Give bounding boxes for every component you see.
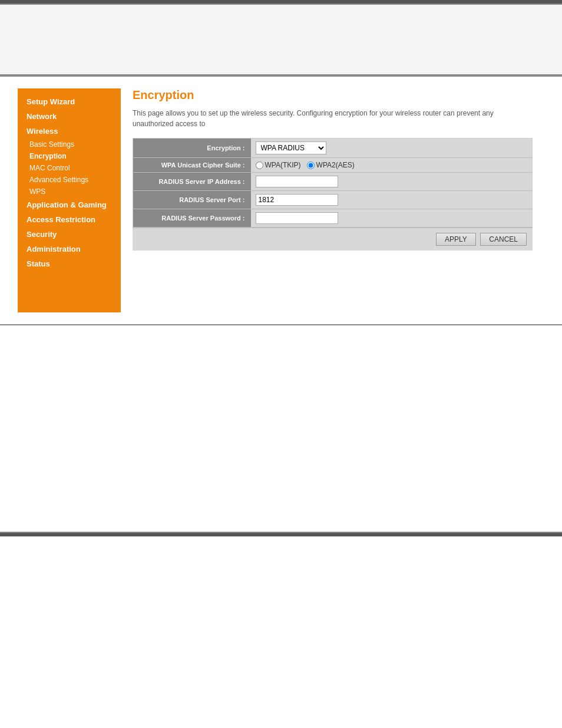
radius-password-row: RADIUS Server Password : (133, 209, 533, 228)
content-wrapper: Setup Wizard Network Wireless Basic Sett… (0, 77, 562, 324)
wpa-aes-radio[interactable] (307, 162, 315, 169)
page-title: Encryption (133, 88, 533, 102)
encryption-form-table: Encryption : WPA RADIUS WPA2 RADIUS WEP … (133, 138, 533, 228)
sidebar-item-status[interactable]: Status (18, 256, 121, 271)
encryption-row: Encryption : WPA RADIUS WPA2 RADIUS WEP … (133, 139, 533, 158)
sidebar-item-network[interactable]: Network (18, 109, 121, 124)
sidebar-item-setup-wizard[interactable]: Setup Wizard (18, 94, 121, 109)
sidebar-item-encryption[interactable]: Encryption (18, 150, 121, 162)
encryption-field-label: Encryption : (133, 139, 251, 158)
sidebar-item-wireless[interactable]: Wireless (18, 124, 121, 139)
wpa-cipher-radio-group: WPA(TKIP) WPA2(AES) (256, 161, 528, 169)
wpa-cipher-label: WPA Unicast Cipher Suite : (133, 158, 251, 173)
radius-password-label: RADIUS Server Password : (133, 209, 251, 228)
sidebar: Setup Wizard Network Wireless Basic Sett… (18, 88, 121, 312)
bottom-spacer (0, 325, 562, 532)
encryption-field-cell: WPA RADIUS WPA2 RADIUS WEP WPA Personal … (251, 139, 533, 158)
wpa-cipher-cell: WPA(TKIP) WPA2(AES) (251, 158, 533, 173)
radius-password-input[interactable] (256, 212, 338, 224)
sidebar-item-access-restriction[interactable]: Access Restriction (18, 212, 121, 227)
radius-port-row: RADIUS Server Port : (133, 191, 533, 209)
page-description: This page allows you to set up the wirel… (133, 108, 533, 129)
apply-button[interactable]: APPLY (436, 233, 476, 246)
cancel-button[interactable]: CANCEL (480, 233, 527, 246)
radius-password-cell (251, 209, 533, 228)
button-row: APPLY CANCEL (133, 228, 533, 251)
sidebar-item-application-gaming[interactable]: Application & Gaming (18, 197, 121, 212)
wpa-aes-text: WPA2(AES) (316, 161, 355, 169)
radius-port-cell (251, 191, 533, 209)
bottom-bar (0, 533, 562, 536)
radius-ip-label: RADIUS Server IP Address : (133, 173, 251, 191)
sidebar-item-administration[interactable]: Administration (18, 242, 121, 256)
wpa-tkip-label[interactable]: WPA(TKIP) (256, 161, 301, 169)
wpa-cipher-row: WPA Unicast Cipher Suite : WPA(TKIP) WPA… (133, 158, 533, 173)
wpa-aes-label[interactable]: WPA2(AES) (307, 161, 355, 169)
sidebar-item-mac-control[interactable]: MAC Control (18, 162, 121, 174)
radius-ip-cell (251, 173, 533, 191)
sidebar-item-advanced-settings[interactable]: Advanced Settings (18, 174, 121, 186)
header-area (0, 5, 562, 75)
wpa-tkip-text: WPA(TKIP) (265, 161, 301, 169)
sidebar-item-security[interactable]: Security (18, 227, 121, 242)
radius-port-input[interactable] (256, 194, 338, 206)
sidebar-item-basic-settings[interactable]: Basic Settings (18, 139, 121, 150)
wpa-tkip-radio[interactable] (256, 162, 263, 169)
encryption-select[interactable]: WPA RADIUS WPA2 RADIUS WEP WPA Personal … (256, 141, 326, 154)
radius-ip-row: RADIUS Server IP Address : (133, 173, 533, 191)
sidebar-item-wps[interactable]: WPS (18, 186, 121, 197)
radius-ip-input[interactable] (256, 176, 338, 187)
radius-port-label: RADIUS Server Port : (133, 191, 251, 209)
main-content: Encryption This page allows you to set u… (121, 88, 544, 312)
